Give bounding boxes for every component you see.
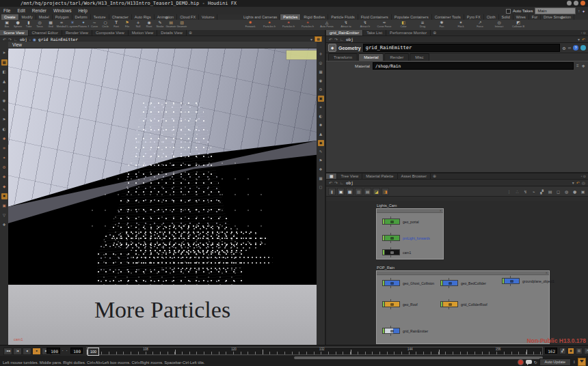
shelf-tab[interactable]: Deform [72, 14, 91, 20]
shelf-tool[interactable]: ▣ Box [1, 20, 12, 31]
menu-item[interactable]: Help [75, 7, 90, 14]
viewport-canvas[interactable]: More Particles cam1 [8, 48, 317, 345]
maximize-button[interactable] [574, 1, 578, 5]
shelf-tool[interactable]: ◧ Color [394, 20, 413, 31]
viewport-tool-icon[interactable]: ◧ [1, 69, 8, 75]
viewport-display-icon[interactable]: ▣ [318, 96, 324, 102]
viewport-tool-icon[interactable]: ◉ [1, 98, 8, 104]
shelf-tool[interactable]: T Font [111, 20, 122, 31]
node-body[interactable] [504, 278, 520, 284]
pane-tab[interactable]: Render View [62, 30, 92, 36]
box-close-icon[interactable]: ✕ [377, 271, 549, 275]
shelf-tab[interactable]: Model [36, 14, 53, 20]
network-node[interactable]: cam1 [382, 249, 400, 255]
pane-tab[interactable]: Take List [363, 30, 386, 36]
range-end-field[interactable]: 162 [545, 348, 557, 354]
network-box-title[interactable]: Lights_Cam [377, 203, 397, 208]
shelf-tool[interactable]: ✸ Firework [241, 20, 260, 31]
viewport-display-icon[interactable]: ◻ [318, 184, 324, 191]
network-node[interactable]: grid_RainEmitter [382, 328, 400, 334]
viewport-tool-icon[interactable]: ✳ [1, 145, 8, 152]
transport-button[interactable]: ■ [32, 348, 41, 355]
playbar-option-icon[interactable]: ◔ [584, 348, 588, 354]
shelf-tool[interactable]: ◎ Torus [34, 20, 45, 31]
new-tab-icon[interactable]: ⊕ [431, 30, 438, 36]
global-start-field[interactable]: 100 [46, 348, 60, 354]
menu-item[interactable]: Windows [50, 7, 75, 14]
network-option-icon[interactable]: ● [572, 188, 578, 195]
take-spinner-icon[interactable]: ↕ [578, 9, 580, 13]
network-tool-icon[interactable]: ▦ [346, 188, 353, 195]
shelf-tool[interactable]: ↯ Attract fr [356, 20, 375, 31]
current-frame-marker[interactable]: 100 [88, 348, 99, 356]
network-option-icon[interactable]: ↯ [522, 188, 529, 195]
network-box-title[interactable]: POP_Rain [377, 266, 395, 270]
viewport-display-icon[interactable]: ❖ [318, 167, 324, 173]
playbar-option-icon[interactable]: ▞ [559, 348, 566, 354]
shelf-tool[interactable]: ▦ Grid [45, 20, 56, 31]
pane-tab[interactable]: Channel Editor [29, 30, 62, 36]
viewport-tool-icon[interactable]: ▽ [1, 212, 8, 219]
help-icon[interactable]: ? [573, 45, 578, 51]
node-body[interactable] [384, 280, 400, 286]
box-close-icon[interactable]: ✕ [377, 209, 443, 213]
shelf-tool[interactable]: ▤ Geometr [165, 20, 176, 31]
update-mode-funnel-icon[interactable] [578, 358, 586, 366]
network-tool-icon[interactable]: ▣ [337, 188, 345, 195]
pane-tab[interactable]: Material Palette [362, 173, 397, 179]
back-icon[interactable]: ↶ [329, 37, 332, 42]
shelf-tab[interactable]: Particle Fluids [328, 14, 358, 20]
shelf-tool[interactable]: ✶ Particles fr [298, 20, 317, 31]
viewport-tool-icon[interactable]: ✎ [1, 107, 8, 113]
viewport-tool-icon[interactable]: ✦ [1, 155, 8, 161]
timeline-scrollbar[interactable] [294, 356, 543, 359]
viewport-display-icon[interactable]: ◉ [318, 78, 324, 84]
shelf-tab[interactable]: Modify [19, 14, 36, 20]
shelf-tab[interactable]: Particles [280, 14, 301, 20]
shelf-tool[interactable]: + Null [133, 20, 144, 31]
shelf-tab[interactable]: Solid [499, 14, 513, 20]
shelf-tool[interactable]: ● Sphere [12, 20, 23, 31]
take-selector[interactable]: Main [535, 8, 576, 14]
sphere-icon[interactable] [580, 45, 586, 51]
minimize-button[interactable] [567, 1, 572, 5]
new-tab-icon[interactable]: ⊕ [187, 30, 194, 36]
new-tab-icon[interactable]: ⊕ [431, 173, 438, 179]
viewport-display-icon[interactable]: ▦ [318, 69, 324, 75]
message-bubble-icon[interactable] [526, 360, 532, 364]
viewport-display-icon[interactable]: ▲ [318, 131, 324, 137]
network-node[interactable]: geo_BedCollider [440, 280, 458, 286]
shelf-tab[interactable]: Create [1, 14, 19, 20]
pane-corner-icons[interactable]: ▫ ⊙ [579, 173, 588, 179]
jump-back-icon[interactable]: ↶ [582, 37, 585, 42]
path-root[interactable]: obj [20, 37, 27, 42]
viewport-display-icon[interactable]: ✦ [318, 104, 324, 111]
shelf-tool[interactable]: ≡ Drag [413, 20, 432, 31]
link-icon[interactable]: ∞ [568, 46, 571, 50]
viewport-tool-icon[interactable]: ✸ [1, 193, 8, 199]
shelf-tool[interactable]: ○ Circle [100, 20, 111, 31]
node-body[interactable] [384, 301, 400, 307]
menu-icon[interactable]: ≡ [576, 64, 579, 68]
viewport-tool-icon[interactable]: ✚ [1, 222, 8, 228]
pane-tab[interactable]: Motion View [129, 30, 157, 36]
shelf-tab[interactable]: Cloth [484, 14, 499, 20]
transport-button[interactable]: ◀ [23, 348, 31, 355]
menu-item[interactable]: Edit [14, 7, 28, 14]
network-option-icon[interactable]: ∴ [514, 188, 520, 195]
network-tool-icon[interactable]: ▮ [328, 188, 336, 195]
pane-tab[interactable]: Details View [157, 30, 187, 36]
shelf-tool[interactable]: ✦ Platonic So [78, 20, 89, 31]
network-tool-icon[interactable]: ▩ [355, 188, 362, 195]
shelf-tool[interactable]: ▨ Geometr [176, 20, 187, 31]
forward-icon[interactable]: ↷ [334, 37, 338, 42]
back-icon[interactable]: ↶ [3, 37, 6, 42]
viewport-display-icon[interactable]: ▦ [318, 175, 324, 182]
network-node[interactable]: groundplane_object1 [502, 278, 520, 284]
transport-button[interactable]: |◀◀ [3, 348, 12, 355]
shelf-tool[interactable]: ▮ Tube [23, 20, 34, 31]
shelf-tool[interactable]: ◎ Interact [490, 20, 509, 31]
close-button[interactable] [580, 1, 585, 5]
pane-tab[interactable]: Tree View [337, 173, 362, 179]
shelf-tool[interactable]: ✴ Flock [451, 20, 470, 31]
